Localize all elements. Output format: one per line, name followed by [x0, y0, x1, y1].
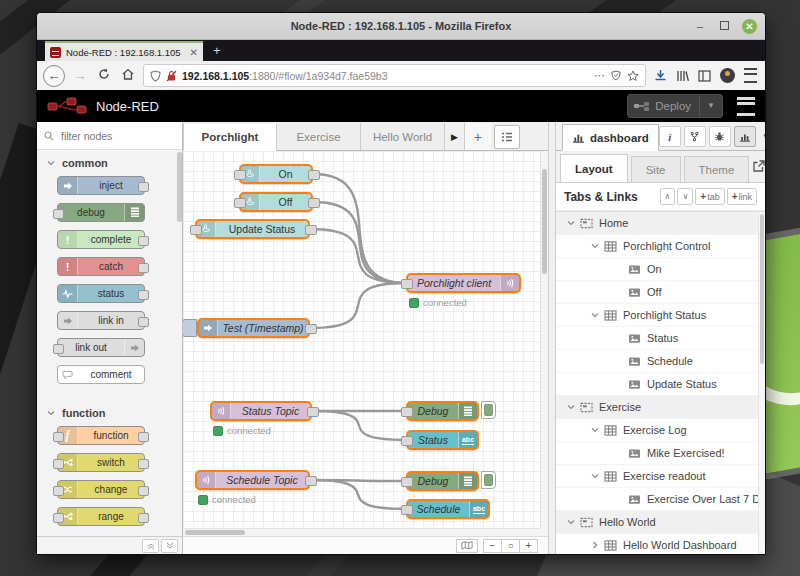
forward-button[interactable]: → — [71, 68, 89, 83]
tree-scrollbar[interactable] — [758, 212, 765, 554]
output-port[interactable] — [305, 476, 317, 486]
tab-close-icon[interactable]: ✕ — [186, 47, 198, 58]
output-port[interactable] — [308, 170, 320, 180]
output-port[interactable] — [138, 432, 149, 442]
flow-canvas[interactable]: OnOffUpdate StatusPorchlight clientconne… — [183, 151, 548, 536]
output-port[interactable] — [305, 225, 317, 235]
flow-node-Status[interactable]: Statusabc — [406, 430, 479, 450]
minimize-button[interactable]: – — [694, 20, 706, 32]
dashboard-tab-button[interactable] — [734, 126, 756, 147]
navigator-button[interactable] — [456, 539, 478, 553]
flow-node-Status-Topic[interactable]: Status Topic — [210, 401, 312, 421]
sidebars-icon[interactable] — [698, 70, 711, 82]
zoom-out-button[interactable]: − — [483, 539, 502, 553]
sidebar-tab-dashboard[interactable]: dashboard — [562, 124, 659, 151]
maximize-button[interactable] — [718, 20, 730, 32]
url-overflow-icon[interactable]: ⋯ — [594, 69, 605, 82]
tree-item-Update-Status[interactable]: Update Status — [556, 373, 765, 396]
collapse-caret-icon[interactable] — [566, 219, 576, 227]
flow-tab-Exercise[interactable]: Exercise — [277, 123, 361, 150]
collapse-all-button[interactable] — [142, 539, 159, 553]
output-port[interactable] — [138, 459, 149, 469]
palette-node-catch[interactable]: !catch — [57, 257, 145, 276]
palette-node-complete[interactable]: !complete — [57, 230, 145, 249]
window-titlebar[interactable]: Node-RED : 192.168.1.105 - Mozilla Firef… — [37, 13, 765, 40]
collapse-caret-icon[interactable] — [590, 242, 600, 250]
output-port[interactable] — [138, 513, 149, 523]
inject-trigger-button[interactable] — [183, 319, 197, 337]
input-port[interactable] — [401, 436, 413, 446]
palette-node-status[interactable]: status — [57, 284, 145, 303]
library-icon[interactable] — [676, 70, 689, 82]
collapse-caret-icon[interactable] — [590, 311, 600, 319]
output-port[interactable] — [138, 290, 149, 300]
input-port[interactable] — [53, 513, 64, 523]
output-port[interactable] — [305, 324, 317, 334]
tree-item-Porchlight-Control[interactable]: Porchlight Control — [556, 235, 765, 258]
tree-item-Mike-Exercised-[interactable]: Mike Exercised! — [556, 442, 765, 465]
tab-scroll-right-icon[interactable]: ▶ — [445, 132, 464, 142]
palette-scrollbar[interactable] — [177, 152, 182, 222]
info-tab-button[interactable]: i — [659, 126, 681, 147]
url-text[interactable]: 192.168.1.105:1880/#flow/1a934d7.fae59b3 — [182, 70, 589, 82]
expand-caret-icon[interactable] — [590, 541, 600, 549]
collapse-caret-icon[interactable] — [566, 518, 576, 526]
flow-node-Test-(Timestamp)[interactable]: Test (Timestamp) — [197, 318, 310, 338]
move-down-button[interactable]: ∨ — [677, 188, 693, 205]
deploy-button[interactable]: Deploy ▼ — [627, 94, 723, 118]
permissions-icon[interactable] — [611, 70, 621, 81]
tree-item-Exercise-Log[interactable]: Exercise Log — [556, 419, 765, 442]
zoom-reset-button[interactable]: ○ — [501, 539, 520, 553]
open-dashboard-icon[interactable] — [752, 159, 765, 177]
tree-item-Schedule[interactable]: Schedule — [556, 350, 765, 373]
canvas-hscrollbar[interactable] — [183, 528, 541, 536]
input-port[interactable] — [53, 459, 64, 469]
input-port[interactable] — [190, 225, 202, 235]
flow-node-Off[interactable]: Off — [239, 192, 313, 212]
zoom-in-button[interactable]: + — [519, 539, 538, 553]
palette-filter-input[interactable] — [59, 129, 163, 143]
sidebar-resize-handle[interactable] — [548, 122, 556, 554]
back-button[interactable]: ← — [43, 65, 65, 87]
output-port[interactable] — [307, 407, 319, 417]
bookmark-star-icon[interactable] — [627, 70, 639, 82]
add-link-button[interactable]: +link — [727, 188, 757, 205]
url-bar[interactable]: 192.168.1.105:1880/#flow/1a934d7.fae59b3… — [143, 64, 646, 87]
palette-category-common[interactable]: common — [37, 150, 182, 174]
wire[interactable] — [312, 411, 406, 440]
tree-item-Home[interactable]: Home — [556, 212, 765, 235]
flow-node-Debug[interactable]: Debug — [406, 401, 479, 421]
input-port[interactable] — [53, 209, 64, 219]
flow-tab-Porchlight[interactable]: Porchlight — [183, 124, 277, 151]
add-tab-button[interactable]: +tab — [695, 188, 724, 205]
collapse-caret-icon[interactable] — [590, 426, 600, 434]
wire[interactable] — [310, 480, 406, 509]
history-tab-button[interactable] — [684, 126, 706, 147]
input-port[interactable] — [53, 344, 64, 354]
collapse-caret-icon[interactable] — [590, 472, 600, 480]
deploy-options-caret[interactable]: ▼ — [699, 96, 722, 116]
nodered-menu-icon[interactable] — [737, 97, 755, 116]
canvas-vscrollbar[interactable] — [540, 151, 548, 536]
palette-node-range[interactable]: range — [57, 507, 145, 526]
palette-node-change[interactable]: change — [57, 480, 145, 499]
subtab-theme[interactable]: Theme — [684, 156, 750, 182]
expand-all-button[interactable] — [161, 539, 178, 553]
reload-button[interactable] — [95, 68, 113, 83]
insecure-lock-icon[interactable] — [166, 70, 177, 82]
output-port[interactable] — [308, 198, 320, 208]
tree-item-Porchlight-Status[interactable]: Porchlight Status — [556, 304, 765, 327]
palette-node-link-in[interactable]: link in — [57, 311, 145, 330]
home-button[interactable] — [119, 68, 137, 83]
tree-item-Hello-World[interactable]: Hello World — [556, 511, 765, 534]
tracking-shield-icon[interactable] — [150, 70, 161, 82]
flow-node-Debug[interactable]: Debug — [406, 471, 479, 491]
output-port[interactable] — [138, 486, 149, 496]
flow-node-Porchlight-client[interactable]: Porchlight client — [406, 273, 521, 293]
output-port[interactable] — [138, 317, 149, 327]
tree-item-Hello-World-Dashboard[interactable]: Hello World Dashboard — [556, 534, 765, 554]
close-button[interactable]: ✕ — [742, 19, 757, 34]
palette-node-comment[interactable]: comment — [57, 365, 145, 384]
output-port[interactable] — [138, 236, 149, 246]
input-port[interactable] — [234, 170, 246, 180]
